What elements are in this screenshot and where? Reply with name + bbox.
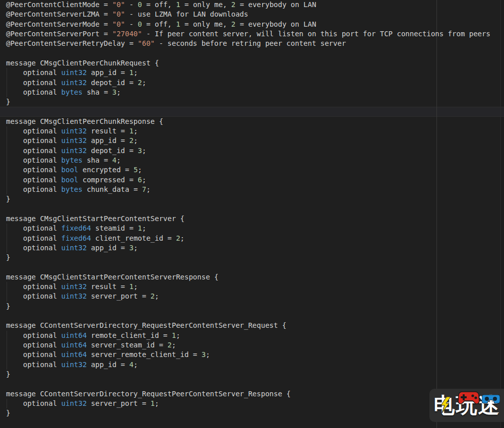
code-line[interactable]: optional uint32 depot_id = 2; [0,78,504,88]
code-line[interactable]: optional uint32 app_id = 2; [0,136,504,146]
code-line[interactable]: message CMsgClientStartPeerContentServer… [0,214,504,224]
code-line[interactable]: message CContentServerDirectory_RequestP… [0,389,504,399]
code-line[interactable]: optional fixed64 steamid = 1; [0,224,504,233]
code-token-plain: } [6,370,10,378]
code-token-plain: ; [116,88,120,96]
code-token-plain: message CMsgClientStartPeerContentServer… [6,273,218,281]
code-token-type: uint32 [61,399,87,407]
code-token-plain: ; [142,176,146,184]
code-token-type: uint32 [61,127,87,135]
code-token-plain: optional [6,341,61,349]
code-token-plain: steamid = [91,224,138,232]
code-line[interactable]: optional uint32 server_port = 1; [0,399,504,408]
code-token-string: "0" [112,1,125,9]
code-token-number: 6 [138,176,142,184]
code-line[interactable]: } [0,194,504,204]
code-line[interactable]: @PeerContentServerPort = "27040" - If pe… [0,29,504,39]
code-line[interactable]: optional uint64 server_steam_id = 2; [0,340,504,350]
code-token-plain: ; [155,399,159,407]
code-token-number: 2 [167,341,171,349]
code-token-plain: message CContentServerDirectory_RequestP… [6,321,286,329]
code-token-plain: optional [6,185,61,193]
code-line[interactable]: message CContentServerDirectory_RequestP… [0,321,504,330]
code-token-string: "27040" [112,30,142,38]
code-line[interactable] [0,262,504,272]
code-token-plain: } [6,253,10,261]
code-line[interactable]: message CMsgClientPeerChunkRequest { [0,58,504,68]
code-line[interactable]: optional uint32 app_id = 4; [0,360,504,370]
code-line[interactable] [0,379,504,389]
code-line[interactable]: optional uint32 depot_id = 3; [0,146,504,156]
code-token-type: uint64 [61,350,87,359]
code-line[interactable] [0,418,504,427]
watermark-char-wan: 玩 [456,393,478,418]
code-token-plain: optional [6,361,61,369]
code-line[interactable]: optional bytes sha = 4; [0,156,504,165]
code-line[interactable]: } [0,370,504,379]
code-token-plain: } [6,195,10,203]
code-token-type: uint64 [61,331,87,339]
code-token-plain: sha = [83,88,112,96]
code-token-plain: } [6,409,10,417]
code-token-plain: = everybody on LAN [235,20,316,28]
code-line[interactable]: } [0,408,504,418]
code-line[interactable]: } [0,253,504,262]
code-token-number: 1 [176,1,180,9]
code-line[interactable]: @PeerContentServerLZMA = "0" - use LZMA … [0,10,504,19]
code-line[interactable]: message CMsgClientStartPeerContentServer… [0,272,504,282]
code-token-plain: optional [6,399,61,407]
code-token-type: bytes [61,185,83,193]
code-line[interactable]: @PeerContentClientMode = "0" - 0 = off, … [0,0,504,10]
code-area[interactable]: @PeerContentClientMode = "0" - 0 = off, … [0,0,504,428]
code-token-plain: optional [6,234,61,242]
code-line[interactable]: optional uint32 result = 1; [0,126,504,136]
code-token-number: 2 [151,292,155,300]
code-token-plain: optional [6,244,61,252]
code-line[interactable] [0,311,504,321]
code-token-plain: ; [142,79,146,87]
code-token-plain: @PeerContentServerLZMA = [6,10,112,18]
code-line[interactable]: @PeerContentServerMode = "0" - 0 = off, … [0,20,504,29]
code-token-plain: ; [134,136,138,145]
code-line[interactable]: optional bytes chunk_data = 7; [0,185,504,194]
code-line[interactable]: } [0,97,504,107]
code-line[interactable]: } [0,302,504,311]
code-token-type: fixed64 [61,224,91,232]
code-line[interactable]: optional uint32 app_id = 1; [0,68,504,78]
code-line[interactable]: optional uint64 server_remote_client_id … [0,350,504,360]
code-token-number: 2 [138,79,142,87]
code-token-plain: optional [6,282,61,291]
code-token-plain: = off, [142,1,176,9]
code-token-plain: remote_client_id = [87,331,172,339]
code-token-plain: ; [206,350,210,359]
code-line[interactable]: optional fixed64 client_remote_id = 2; [0,234,504,243]
watermark-char-mi: 迷 [478,393,500,418]
code-token-plain: ; [180,234,184,242]
code-editor[interactable]: @PeerContentClientMode = "0" - 0 = off, … [0,0,504,428]
code-line[interactable]: message CMsgClientPeerChunkResponse { [0,117,504,126]
code-line[interactable]: optional uint32 result = 1; [0,282,504,292]
code-line[interactable]: optional bytes sha = 3; [0,88,504,97]
code-line[interactable] [0,204,504,214]
code-line[interactable] [0,107,504,116]
watermark-char-dian: 电 [433,393,456,418]
code-token-plain: optional [6,224,61,232]
code-line[interactable]: optional bool compressed = 6; [0,175,504,185]
code-line[interactable]: optional uint32 app_id = 3; [0,243,504,253]
code-line[interactable] [0,49,504,58]
code-token-number: 2 [231,20,235,28]
code-token-type: uint64 [61,341,87,349]
code-token-string: "0" [112,20,125,28]
code-token-plain: app_id = [87,244,129,252]
code-line[interactable]: optional uint32 server_port = 2; [0,292,504,301]
code-line[interactable]: optional uint64 remote_client_id = 1; [0,331,504,340]
code-token-plain: message CMsgClientPeerChunkResponse { [6,117,163,125]
code-token-plain: app_id = [87,68,129,77]
code-line[interactable]: @PeerContentServerRetryDelay = "60" - se… [0,39,504,48]
code-token-type: bytes [61,156,83,164]
code-token-plain: app_id = [87,361,129,369]
code-token-plain: = everybody on LAN [235,1,316,9]
code-token-plain: server_remote_client_id = [87,350,202,359]
code-token-plain: optional [6,166,61,174]
code-line[interactable]: optional bool encrypted = 5; [0,165,504,175]
